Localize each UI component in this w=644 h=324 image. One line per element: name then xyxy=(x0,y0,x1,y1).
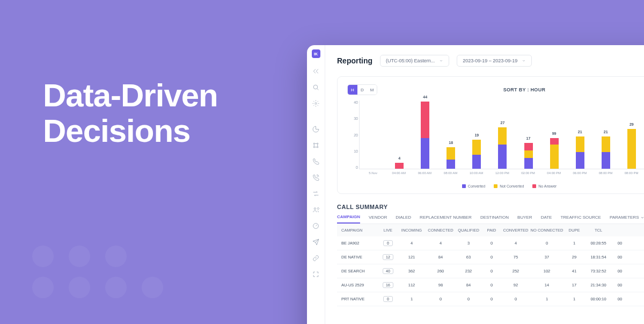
bar-segment-notconv xyxy=(472,140,481,155)
timezone-value: (UTC-05:00) Eastern... xyxy=(386,58,435,63)
app-logo[interactable]: IK xyxy=(312,49,320,58)
expand-icon[interactable] xyxy=(311,269,321,279)
granularity-h[interactable]: H xyxy=(348,85,357,95)
phone-icon[interactable] xyxy=(311,156,321,167)
granularity-m[interactable]: M xyxy=(367,85,377,95)
search-icon[interactable] xyxy=(311,82,321,92)
table-cell: 1 xyxy=(564,297,585,301)
chevron-down-icon xyxy=(439,59,443,63)
chevron-down-icon xyxy=(522,59,526,63)
column-header[interactable]: PAID xyxy=(482,228,501,233)
bar-segment-noanswer xyxy=(395,163,404,169)
bar-segment-converted xyxy=(576,152,584,169)
tab-date[interactable]: DATE xyxy=(541,214,552,224)
tab-dialed[interactable]: DIALED xyxy=(396,214,411,224)
daterange-select[interactable]: 2023-09-19 – 2023-09-19 xyxy=(457,55,532,67)
legend-item: Converted xyxy=(462,184,485,188)
chart-plot: 444181927179921212917 xyxy=(359,100,644,169)
table-cell: 232 xyxy=(455,269,482,273)
table-row[interactable]: AU-US 2529161129884092141721:34:3000 xyxy=(337,278,644,292)
gauge-icon[interactable] xyxy=(311,220,321,231)
column-header[interactable]: QUALIFIED xyxy=(455,228,482,233)
live-badge: 40 xyxy=(383,268,393,274)
granularity-d[interactable]: D xyxy=(357,85,367,95)
tab-campaign[interactable]: CAMPAIGN xyxy=(337,214,360,224)
bar-value-label: 19 xyxy=(474,133,479,137)
bar-segment-converted xyxy=(472,155,481,169)
bar-group[interactable]: 18 xyxy=(440,147,462,169)
table-cell: 00 xyxy=(612,297,628,301)
table-cell: 14 xyxy=(530,283,564,287)
phone-ring-icon[interactable] xyxy=(311,172,321,183)
link-icon[interactable] xyxy=(311,253,321,263)
bar-group[interactable]: 29 xyxy=(621,129,642,169)
timezone-select[interactable]: (UTC-05:00) Eastern... xyxy=(380,55,449,67)
pie-chart-icon[interactable] xyxy=(311,124,321,134)
bar-value-label: 18 xyxy=(449,141,453,145)
bar-group[interactable]: 27 xyxy=(492,127,513,169)
bar-group[interactable]: 21 xyxy=(595,136,617,169)
tab-replacement-number[interactable]: REPLACEMENT NUMBER xyxy=(420,214,472,224)
chevron-down-icon xyxy=(640,215,644,220)
bar-group[interactable]: 44 xyxy=(414,102,436,169)
table-cell: 4 xyxy=(501,241,530,246)
tab-buyer[interactable]: BUYER xyxy=(517,214,532,224)
x-tick: 04:00 AM xyxy=(388,169,409,181)
nodes-icon[interactable] xyxy=(311,140,321,150)
legend-label: No Answer xyxy=(538,184,557,188)
table-row[interactable]: PRT NATIVE0100001100:00:1000 xyxy=(337,292,644,306)
table-cell: 0 xyxy=(482,283,501,287)
svg-point-5 xyxy=(317,146,318,147)
y-axis: 403020100 xyxy=(347,100,358,169)
table-cell: 1 xyxy=(564,241,585,246)
bar-group[interactable]: 21 xyxy=(569,136,590,169)
table-cell: 0 xyxy=(482,241,501,246)
settings-icon[interactable] xyxy=(311,98,321,109)
table-cell: 21:34:30 xyxy=(585,283,612,287)
table-cell: 260 xyxy=(426,269,455,273)
column-header[interactable]: CONNECTED xyxy=(426,228,455,233)
tab-destination[interactable]: DESTINATION xyxy=(480,214,509,224)
chart-legend: ConvertedNot ConvertedNo Answer xyxy=(347,184,644,188)
live-badge: 12 xyxy=(383,254,393,260)
table-cell: 40 xyxy=(379,268,397,274)
bar-segment-noanswer xyxy=(550,138,559,144)
column-header[interactable]: INCOMING xyxy=(397,228,426,233)
svg-point-4 xyxy=(313,146,314,147)
table-header: CAMPAIGNLIVEINCOMINGCONNECTEDQUALIFIEDPA… xyxy=(337,224,644,236)
column-header[interactable]: DUPE xyxy=(564,228,585,233)
tab-treaffic-source[interactable]: TREAFFIC SOURCE xyxy=(560,214,601,224)
bar-group[interactable]: 99 xyxy=(543,138,565,169)
column-header[interactable]: NO CONNECTED xyxy=(530,228,564,233)
y-tick: 30 xyxy=(347,117,358,120)
table-cell: 29 xyxy=(564,255,585,260)
column-header[interactable]: TCL xyxy=(585,228,612,233)
main-content: Reporting (UTC-05:00) Eastern... 2023-09… xyxy=(325,45,644,324)
bar-group[interactable]: 17 xyxy=(517,143,539,169)
table-row[interactable]: DE NATIVE121218463075372918:31:5400 xyxy=(337,250,644,264)
table-cell: 112 xyxy=(397,283,426,287)
table-row[interactable]: DE SEARCH4036226023202521024173:32:5200 xyxy=(337,264,644,278)
x-tick: 12:00 PM xyxy=(492,169,513,181)
collapse-icon[interactable] xyxy=(311,66,321,76)
y-tick: 20 xyxy=(347,133,358,137)
route-icon[interactable] xyxy=(311,188,321,199)
bar-group[interactable]: 19 xyxy=(466,140,487,169)
bar-group[interactable]: 4 xyxy=(389,163,410,169)
column-header[interactable]: CAMPAIGN xyxy=(341,228,379,233)
tab-vendor[interactable]: VENDOR xyxy=(369,214,387,224)
hero-headline: Data-Driven Decisions xyxy=(43,78,218,149)
send-icon[interactable] xyxy=(311,236,321,247)
table-cell: 0 xyxy=(379,296,397,302)
users-icon[interactable] xyxy=(311,204,321,215)
tab-parameters[interactable]: PARAMETERS xyxy=(610,214,644,224)
x-tick: 08:00 PM xyxy=(620,169,642,181)
column-header[interactable]: LIVE xyxy=(379,228,397,233)
table-row[interactable]: BE JA9020443040100:28:5500 xyxy=(337,236,644,250)
live-badge: 0 xyxy=(383,240,393,246)
svg-point-1 xyxy=(315,102,317,104)
bar-value-label: 21 xyxy=(604,130,608,134)
chart-card: HDM SORT BY : HOUR 403020100 44418192717… xyxy=(337,76,644,194)
x-tick: 08:00 PM xyxy=(595,169,616,181)
column-header[interactable]: CONVERTED xyxy=(501,228,530,233)
